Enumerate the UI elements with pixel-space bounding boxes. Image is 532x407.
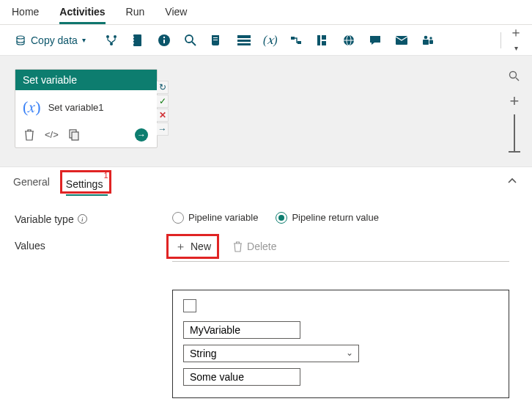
- azure-function-icon[interactable]: [316, 34, 330, 47]
- radio-pipeline-variable-label: Pipeline variable: [188, 212, 258, 223]
- settings-badge: 1: [103, 171, 108, 180]
- copy-data-button[interactable]: Copy data ▾: [9, 32, 92, 49]
- svg-line-34: [516, 78, 519, 81]
- variable-icon[interactable]: (𝑥): [263, 33, 278, 47]
- branch-icon[interactable]: [105, 34, 119, 47]
- clone-icon[interactable]: [69, 129, 79, 141]
- info-icon[interactable]: i: [78, 214, 87, 224]
- svg-rect-6: [132, 40, 134, 40]
- plus-icon: ＋: [175, 240, 186, 254]
- svg-point-2: [114, 35, 117, 38]
- svg-rect-21: [322, 35, 326, 40]
- svg-rect-18: [291, 37, 295, 40]
- add-activity-button[interactable]: ＋▾: [509, 23, 523, 56]
- collapse-panel-icon[interactable]: [507, 176, 517, 186]
- activity-set-variable[interactable]: Set variable (𝑥) Set variable1 </> →: [15, 69, 158, 148]
- info-icon[interactable]: [158, 34, 172, 47]
- globe-icon[interactable]: [342, 34, 357, 47]
- radio-pipeline-return-value-label: Pipeline return value: [292, 212, 379, 223]
- pipeline-icon[interactable]: [289, 34, 304, 47]
- variable-name-input[interactable]: [183, 321, 300, 339]
- tab-run[interactable]: Run: [126, 6, 145, 24]
- svg-point-0: [17, 36, 24, 39]
- pipeline-canvas[interactable]: Set variable (𝑥) Set variable1 </> → ↻ ✓…: [0, 56, 532, 167]
- svg-point-10: [163, 36, 165, 37]
- outlook-icon[interactable]: [395, 34, 410, 47]
- activities-toolbar: Copy data ▾ (𝑥): [0, 25, 532, 56]
- svg-point-11: [185, 35, 193, 43]
- svg-rect-4: [133, 34, 141, 46]
- activity-output-icon[interactable]: →: [135, 128, 148, 142]
- skip-forward-icon: →: [157, 122, 169, 136]
- tab-home[interactable]: Home: [12, 6, 39, 24]
- svg-rect-7: [132, 43, 134, 43]
- svg-point-1: [106, 35, 109, 38]
- svg-line-12: [192, 42, 196, 45]
- svg-rect-29: [423, 40, 429, 45]
- canvas-add-icon[interactable]: +: [506, 92, 523, 110]
- search-icon[interactable]: [184, 34, 199, 47]
- check-icon: ✓: [157, 95, 169, 108]
- delete-activity-icon[interactable]: [24, 129, 34, 141]
- teams-icon[interactable]: [421, 34, 436, 47]
- tab-view[interactable]: View: [165, 6, 187, 24]
- new-value-button[interactable]: ＋ New: [172, 238, 214, 255]
- trash-icon: [233, 241, 243, 252]
- svg-rect-32: [72, 132, 78, 140]
- activity-name: Set variable1: [48, 102, 104, 113]
- values-label: Values: [15, 240, 45, 252]
- notebook-icon[interactable]: [131, 34, 146, 47]
- dataflow-icon[interactable]: [237, 34, 251, 46]
- svg-rect-5: [132, 37, 134, 37]
- code-icon[interactable]: </>: [45, 129, 59, 141]
- script-icon[interactable]: [210, 34, 225, 47]
- canvas-search-icon[interactable]: [506, 67, 523, 85]
- svg-rect-19: [298, 41, 301, 44]
- variable-icon: (𝑥): [23, 98, 41, 117]
- top-tab-bar: Home Activities Run View: [0, 0, 532, 25]
- svg-point-33: [510, 72, 517, 78]
- radio-pipeline-variable[interactable]: Pipeline variable: [172, 212, 258, 224]
- variable-type-label: Variable type: [15, 213, 74, 225]
- svg-rect-13: [213, 37, 218, 38]
- error-icon: ✕: [157, 109, 169, 122]
- svg-point-27: [424, 35, 428, 39]
- activity-type-label: Set variable: [15, 70, 157, 90]
- svg-rect-16: [237, 40, 251, 42]
- tab-general[interactable]: General: [13, 176, 50, 196]
- loop-icon: ↻: [157, 81, 169, 94]
- properties-tab-bar: General Settings1: [0, 167, 532, 196]
- copy-data-label: Copy data: [31, 34, 78, 46]
- radio-pipeline-return-value[interactable]: Pipeline return value: [276, 212, 379, 224]
- svg-rect-14: [213, 40, 218, 40]
- toolbar-divider: [500, 32, 501, 48]
- settings-form: Variable type i Pipeline variable Pipeli…: [0, 196, 532, 407]
- chat-icon[interactable]: [369, 34, 383, 47]
- tab-settings[interactable]: Settings1: [66, 176, 108, 196]
- chevron-down-icon: ▾: [82, 36, 86, 44]
- svg-point-28: [429, 37, 432, 39]
- svg-rect-15: [237, 35, 251, 38]
- svg-rect-22: [322, 41, 326, 45]
- svg-rect-9: [163, 40, 165, 43]
- variable-type-select[interactable]: [183, 345, 359, 362]
- svg-rect-30: [429, 40, 433, 44]
- svg-rect-17: [237, 43, 251, 45]
- tab-activities[interactable]: Activities: [59, 6, 105, 24]
- delete-value-button[interactable]: Delete: [230, 239, 279, 254]
- value-entry: ⌄: [172, 290, 509, 398]
- select-entry-checkbox[interactable]: [183, 299, 196, 312]
- activity-status-badges: ↻ ✓ ✕ →: [157, 81, 169, 136]
- copy-data-icon: [15, 34, 26, 46]
- variable-value-input[interactable]: [183, 368, 300, 386]
- svg-rect-20: [317, 35, 320, 45]
